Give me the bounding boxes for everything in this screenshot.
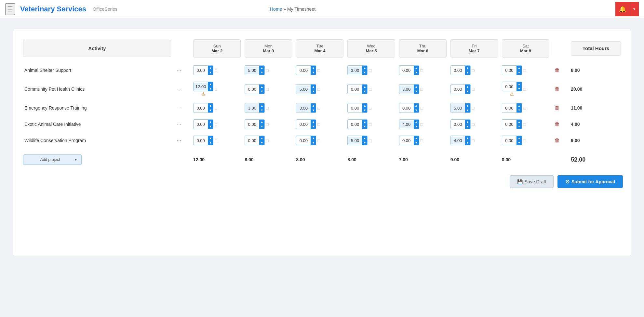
hour-input[interactable] bbox=[502, 121, 517, 128]
spin-down-button[interactable]: ▼ bbox=[208, 140, 213, 145]
spin-up-button[interactable]: ▲ bbox=[259, 120, 264, 124]
spin-up-button[interactable]: ▲ bbox=[259, 66, 264, 70]
comment-icon[interactable]: □ bbox=[369, 138, 371, 143]
row-menu-button[interactable]: ··· bbox=[175, 104, 183, 112]
spin-up-button[interactable]: ▲ bbox=[311, 103, 316, 108]
spin-up-button[interactable]: ▲ bbox=[517, 120, 522, 124]
comment-icon[interactable]: □ bbox=[317, 68, 320, 73]
spin-up-button[interactable]: ▲ bbox=[362, 66, 367, 70]
hour-input[interactable] bbox=[451, 86, 465, 93]
submit-approval-button[interactable]: ⊙ Submit for Approval bbox=[557, 175, 623, 188]
spin-up-button[interactable]: ▲ bbox=[414, 103, 419, 108]
hour-input[interactable] bbox=[451, 137, 465, 144]
spin-down-button[interactable]: ▼ bbox=[362, 70, 367, 75]
comment-icon[interactable]: □ bbox=[421, 106, 423, 111]
spin-down-button[interactable]: ▼ bbox=[311, 124, 316, 129]
row-menu-button[interactable]: ··· bbox=[175, 121, 183, 128]
hour-input[interactable] bbox=[296, 104, 311, 112]
spin-down-button[interactable]: ▼ bbox=[259, 70, 264, 75]
comment-icon[interactable]: □ bbox=[266, 106, 269, 111]
add-project-button[interactable]: Add project ▾ bbox=[23, 154, 82, 165]
comment-icon[interactable]: □ bbox=[369, 106, 371, 111]
spin-down-button[interactable]: ▼ bbox=[414, 108, 419, 112]
comment-icon[interactable]: □ bbox=[317, 87, 320, 92]
comment-icon[interactable]: □ bbox=[266, 138, 269, 143]
spin-up-button[interactable]: ▲ bbox=[259, 103, 264, 108]
delete-row-button[interactable]: 🗑 bbox=[553, 138, 561, 143]
row-menu-button[interactable]: ··· bbox=[175, 137, 183, 144]
spin-up-button[interactable]: ▲ bbox=[208, 66, 213, 70]
spin-up-button[interactable]: ▲ bbox=[362, 85, 367, 89]
breadcrumb-home[interactable]: Home bbox=[270, 7, 282, 12]
hour-input[interactable] bbox=[194, 137, 208, 144]
hour-input[interactable] bbox=[296, 121, 311, 128]
comment-icon[interactable]: □ bbox=[472, 68, 475, 73]
spin-down-button[interactable]: ▼ bbox=[517, 86, 522, 91]
spin-up-button[interactable]: ▲ bbox=[362, 136, 367, 140]
hour-input[interactable] bbox=[296, 67, 311, 74]
spin-down-button[interactable]: ▼ bbox=[414, 140, 419, 145]
hour-input[interactable] bbox=[296, 86, 311, 93]
hour-input[interactable] bbox=[194, 104, 208, 112]
spin-down-button[interactable]: ▼ bbox=[208, 108, 213, 112]
comment-icon[interactable]: □ bbox=[523, 87, 526, 92]
spin-up-button[interactable]: ▲ bbox=[259, 85, 264, 89]
hour-input[interactable] bbox=[245, 121, 259, 128]
hour-input[interactable] bbox=[451, 67, 465, 74]
comment-icon[interactable]: □ bbox=[472, 87, 475, 92]
hour-input[interactable] bbox=[502, 67, 517, 74]
comment-icon[interactable]: □ bbox=[215, 87, 217, 92]
spin-up-button[interactable]: ▲ bbox=[311, 136, 316, 140]
spin-up-button[interactable]: ▲ bbox=[311, 85, 316, 89]
spin-down-button[interactable]: ▼ bbox=[259, 108, 264, 112]
spin-down-button[interactable]: ▼ bbox=[465, 108, 470, 112]
comment-icon[interactable]: □ bbox=[523, 138, 526, 143]
spin-up-button[interactable]: ▲ bbox=[414, 85, 419, 89]
spin-down-button[interactable]: ▼ bbox=[465, 140, 470, 145]
comment-icon[interactable]: □ bbox=[421, 122, 423, 127]
comment-icon[interactable]: □ bbox=[523, 122, 526, 127]
hour-input[interactable] bbox=[245, 104, 259, 112]
spin-down-button[interactable]: ▼ bbox=[311, 89, 316, 94]
delete-row-button[interactable]: 🗑 bbox=[553, 105, 561, 111]
spin-down-button[interactable]: ▼ bbox=[311, 70, 316, 75]
comment-icon[interactable]: □ bbox=[266, 122, 269, 127]
comment-icon[interactable]: □ bbox=[369, 87, 371, 92]
spin-down-button[interactable]: ▼ bbox=[517, 140, 522, 145]
spin-down-button[interactable]: ▼ bbox=[362, 89, 367, 94]
hour-input[interactable] bbox=[348, 67, 362, 74]
spin-down-button[interactable]: ▼ bbox=[362, 140, 367, 145]
spin-up-button[interactable]: ▲ bbox=[208, 136, 213, 140]
hour-input[interactable] bbox=[502, 83, 517, 90]
hour-input[interactable] bbox=[348, 137, 362, 144]
spin-down-button[interactable]: ▼ bbox=[517, 108, 522, 112]
comment-icon[interactable]: □ bbox=[523, 68, 526, 73]
comment-icon[interactable]: □ bbox=[317, 138, 320, 143]
hour-input[interactable] bbox=[399, 121, 414, 128]
spin-up-button[interactable]: ▲ bbox=[517, 103, 522, 108]
spin-down-button[interactable]: ▼ bbox=[208, 124, 213, 129]
spin-up-button[interactable]: ▲ bbox=[311, 66, 316, 70]
comment-icon[interactable]: □ bbox=[472, 138, 475, 143]
spin-up-button[interactable]: ▲ bbox=[517, 82, 522, 86]
comment-icon[interactable]: □ bbox=[523, 106, 526, 111]
spin-down-button[interactable]: ▼ bbox=[208, 70, 213, 75]
spin-down-button[interactable]: ▼ bbox=[259, 124, 264, 129]
hour-input[interactable] bbox=[245, 137, 259, 144]
spin-down-button[interactable]: ▼ bbox=[465, 89, 470, 94]
spin-up-button[interactable]: ▲ bbox=[259, 136, 264, 140]
spin-down-button[interactable]: ▼ bbox=[208, 86, 213, 91]
hour-input[interactable] bbox=[348, 121, 362, 128]
spin-up-button[interactable]: ▲ bbox=[414, 136, 419, 140]
spin-up-button[interactable]: ▲ bbox=[362, 103, 367, 108]
spin-up-button[interactable]: ▲ bbox=[362, 120, 367, 124]
row-menu-button[interactable]: ··· bbox=[175, 86, 183, 93]
spin-up-button[interactable]: ▲ bbox=[465, 85, 470, 89]
hour-input[interactable] bbox=[245, 67, 259, 74]
spin-up-button[interactable]: ▲ bbox=[465, 120, 470, 124]
spin-up-button[interactable]: ▲ bbox=[311, 120, 316, 124]
spin-down-button[interactable]: ▼ bbox=[465, 124, 470, 129]
spin-down-button[interactable]: ▼ bbox=[517, 70, 522, 75]
hour-input[interactable] bbox=[194, 67, 208, 74]
spin-down-button[interactable]: ▼ bbox=[414, 70, 419, 75]
